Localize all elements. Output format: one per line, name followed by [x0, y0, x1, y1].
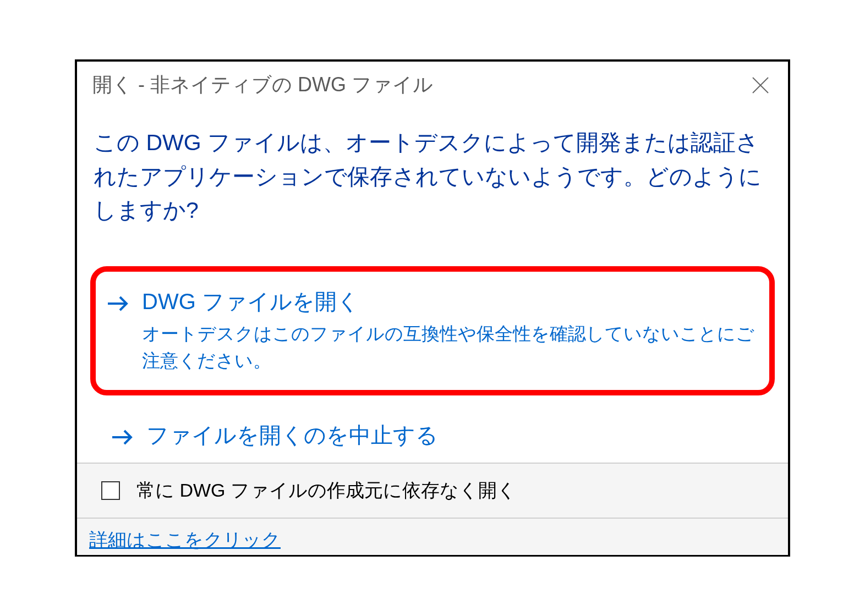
non-native-dwg-dialog: 開く - 非ネイティブの DWG ファイル この DWG ファイルは、オートデス… [75, 59, 790, 557]
option-text-block: DWG ファイルを開く オートデスクはこのファイルの互換性や保全性を確認していな… [142, 287, 755, 375]
option-open-title: DWG ファイルを開く [142, 287, 755, 316]
dialog-titlebar: 開く - 非ネイティブの DWG ファイル [77, 62, 788, 104]
option-open-description: オートデスクはこのファイルの互換性や保全性を確認していないことにご注意ください。 [142, 320, 755, 375]
close-icon [751, 75, 770, 95]
always-open-label: 常に DWG ファイルの作成元に依存なく開く [136, 478, 516, 503]
details-link[interactable]: 詳細はここをクリック [89, 529, 281, 550]
arrow-right-icon [109, 424, 135, 450]
arrow-right-icon [105, 290, 131, 317]
option-text-block: ファイルを開くのを中止する [146, 421, 755, 449]
always-open-row: 常に DWG ファイルの作成元に依存なく開く [77, 463, 788, 518]
dialog-message: この DWG ファイルは、オートデスクによって開発または認証されたアプリケーショ… [94, 126, 771, 228]
option-cancel-open[interactable]: ファイルを開くのを中止する [94, 409, 771, 463]
option-open-dwg[interactable]: DWG ファイルを開く オートデスクはこのファイルの互換性や保全性を確認していな… [90, 266, 775, 395]
option-cancel-title: ファイルを開くのを中止する [146, 421, 755, 449]
details-link-row: 詳細はここをクリック [77, 518, 788, 555]
close-button[interactable] [748, 73, 773, 97]
dialog-footer: 常に DWG ファイルの作成元に依存なく開く 詳細はここをクリック [77, 463, 788, 555]
dialog-title: 開く - 非ネイティブの DWG ファイル [92, 72, 433, 98]
always-open-checkbox[interactable] [101, 481, 120, 500]
dialog-content: この DWG ファイルは、オートデスクによって開発または認証されたアプリケーショ… [77, 104, 788, 463]
